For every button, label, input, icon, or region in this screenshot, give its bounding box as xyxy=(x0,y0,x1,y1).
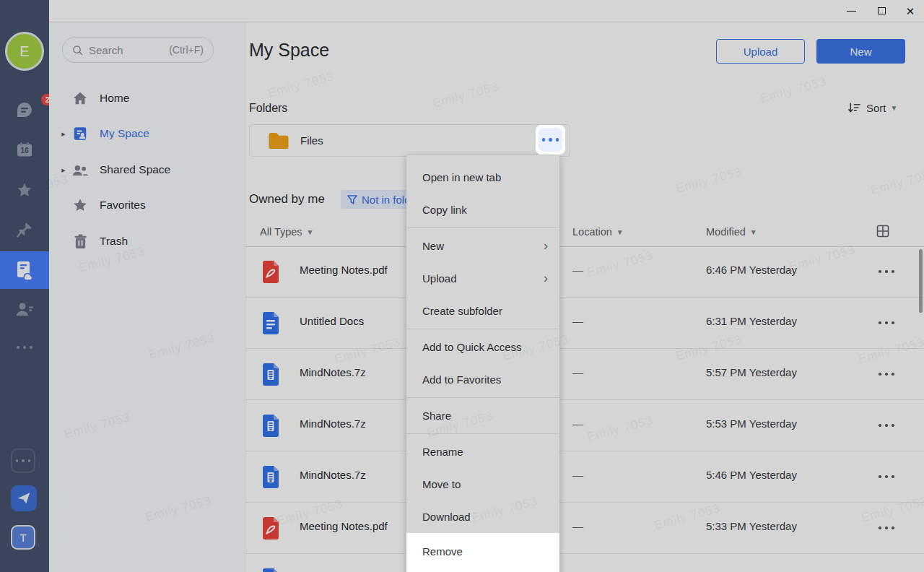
table-row[interactable]: MindNotes.7z—5:57 PM Yesterday xyxy=(245,349,924,400)
file-location: — xyxy=(572,469,583,481)
menu-item-download[interactable]: Download xyxy=(406,500,559,533)
doc-file-icon xyxy=(260,568,282,572)
sidebar-item-my-space[interactable]: ▸My Space xyxy=(49,116,245,151)
expander-icon[interactable]: ▸ xyxy=(59,165,68,175)
person-add-icon[interactable] xyxy=(0,300,49,318)
menu-divider xyxy=(406,433,559,434)
sort-control[interactable]: Sort ▼ xyxy=(847,101,897,114)
submenu-arrow-icon: › xyxy=(544,262,548,295)
menu-item-add-to-quick-access[interactable]: Add to Quick Access xyxy=(406,331,559,363)
sidebar-item-shared-space[interactable]: ▸Shared Space xyxy=(49,152,245,187)
table-header: All Types▼ Location▼ Modified▼ xyxy=(245,220,924,247)
search-input[interactable]: Search (Ctrl+F) xyxy=(62,37,214,63)
home-icon xyxy=(71,90,89,107)
menu-divider xyxy=(406,329,559,329)
more-icon[interactable] xyxy=(0,346,49,349)
menu-item-share[interactable]: Share xyxy=(406,399,559,432)
file-location: — xyxy=(572,417,583,430)
expander-icon[interactable]: ▸ xyxy=(59,129,68,139)
row-more-actions-button[interactable] xyxy=(873,554,899,572)
upload-button[interactable]: Upload xyxy=(716,39,805,64)
chat-icon[interactable]: 25 xyxy=(0,100,49,122)
sidebar-item-label: Trash xyxy=(100,235,128,248)
menu-item-add-to-favorites[interactable]: Add to Favorites xyxy=(406,363,559,396)
minimize-button[interactable] xyxy=(839,0,863,22)
owned-by-me-heading: Owned by me xyxy=(249,192,325,207)
file-modified: 5:46 PM Yesterday xyxy=(706,469,797,481)
table-row[interactable]: Meeting Notes.pdf—5:33 PM Yesterday xyxy=(245,503,924,554)
tray-initial: T xyxy=(19,532,26,544)
menu-item-remove[interactable]: Remove xyxy=(406,533,559,572)
maximize-button[interactable] xyxy=(869,0,894,22)
rail-workdrive-active-tile[interactable] xyxy=(0,251,49,289)
chat-bubble-icon xyxy=(15,100,34,119)
row-more-actions-button[interactable] xyxy=(873,298,899,348)
grid-view-icon[interactable] xyxy=(876,225,889,240)
folder-card-files[interactable]: Files xyxy=(249,124,570,157)
trash-icon xyxy=(71,233,89,250)
chevron-down-icon: ▼ xyxy=(750,228,757,236)
column-header-location[interactable]: Location▼ xyxy=(572,226,624,238)
file-modified: 6:31 PM Yesterday xyxy=(706,315,797,327)
avatar[interactable]: E xyxy=(5,32,44,71)
row-more-actions-button[interactable] xyxy=(873,451,899,502)
minimize-icon xyxy=(847,11,856,12)
sidebar-item-label: Shared Space xyxy=(100,163,170,176)
file-modified: 5:53 PM Yesterday xyxy=(706,417,797,430)
context-menu: Open in new tabCopy linkNew›Upload›Creat… xyxy=(406,155,559,572)
table-row[interactable]: Meeting Notes.pdf—6:46 PM Yesterday xyxy=(245,246,924,298)
menu-item-copy-link[interactable]: Copy link xyxy=(406,194,559,226)
row-more-actions-button[interactable] xyxy=(873,400,899,451)
menu-item-create-subfolder[interactable]: Create subfolder xyxy=(406,295,559,327)
search-placeholder: Search xyxy=(89,44,169,56)
row-more-actions-button[interactable] xyxy=(873,246,899,297)
sort-icon xyxy=(847,101,861,114)
pin-icon[interactable] xyxy=(0,221,49,238)
close-button[interactable]: ✕ xyxy=(898,0,923,22)
chevron-down-icon: ▼ xyxy=(307,228,314,236)
table-row[interactable]: Meeting Notes—5:31 PM Yesterday xyxy=(245,554,924,572)
sidebar: Search (Ctrl+F) Home▸My Space▸Shared Spa… xyxy=(49,22,245,572)
menu-item-open-in-new-tab[interactable]: Open in new tab xyxy=(406,161,559,194)
column-header-type[interactable]: All Types▼ xyxy=(260,226,313,238)
row-more-actions-button[interactable] xyxy=(873,349,899,399)
folder-icon xyxy=(267,131,290,150)
sidebar-item-favorites[interactable]: Favorites xyxy=(49,188,245,222)
column-header-modified[interactable]: Modified▼ xyxy=(706,226,757,238)
menu-item-upload[interactable]: Upload› xyxy=(406,262,559,295)
file-modified: 6:46 PM Yesterday xyxy=(706,264,797,276)
file-name: MindNotes.7z xyxy=(300,366,366,378)
search-shortcut: (Ctrl+F) xyxy=(169,44,204,56)
file-location: — xyxy=(572,315,583,327)
table-row[interactable]: Untitled Docs—6:31 PM Yesterday xyxy=(245,298,924,349)
menu-divider xyxy=(406,228,559,228)
ellipsis-icon xyxy=(541,138,561,142)
file-modified: 5:57 PM Yesterday xyxy=(706,366,797,378)
table-row[interactable]: MindNotes.7z—5:46 PM Yesterday xyxy=(245,451,924,503)
send-icon[interactable] xyxy=(11,485,37,511)
doc-file-icon xyxy=(260,311,282,337)
sidebar-item-home[interactable]: Home xyxy=(49,81,245,116)
file-name: Untitled Docs xyxy=(300,315,364,327)
avatar-initial: E xyxy=(19,43,29,60)
menu-item-move-to[interactable]: Move to xyxy=(406,468,559,500)
file-table: Meeting Notes.pdf—6:46 PM YesterdayUntit… xyxy=(245,246,924,572)
app-rail: E 25 16 T xyxy=(0,0,49,572)
file-location: — xyxy=(572,520,583,532)
star-icon[interactable] xyxy=(0,181,49,199)
scrollbar[interactable] xyxy=(919,249,923,313)
zip-file-icon xyxy=(260,465,282,491)
folders-section-label: Folders xyxy=(249,102,287,115)
calendar-icon[interactable]: 16 xyxy=(0,142,49,158)
file-name: Meeting Notes.pdf xyxy=(300,264,388,276)
row-more-actions-button[interactable] xyxy=(873,503,899,553)
sidebar-item-trash[interactable]: Trash xyxy=(49,224,245,259)
tray-app-icon[interactable]: T xyxy=(11,525,35,550)
svg-text:16: 16 xyxy=(20,146,29,155)
menu-item-new[interactable]: New› xyxy=(406,230,559,262)
new-button[interactable]: New xyxy=(816,39,905,64)
table-row[interactable]: MindNotes.7z—5:53 PM Yesterday xyxy=(245,400,924,451)
folder-more-actions-button[interactable] xyxy=(539,128,562,152)
menu-item-rename[interactable]: Rename xyxy=(406,436,559,468)
tray-more-icon[interactable] xyxy=(11,448,35,473)
